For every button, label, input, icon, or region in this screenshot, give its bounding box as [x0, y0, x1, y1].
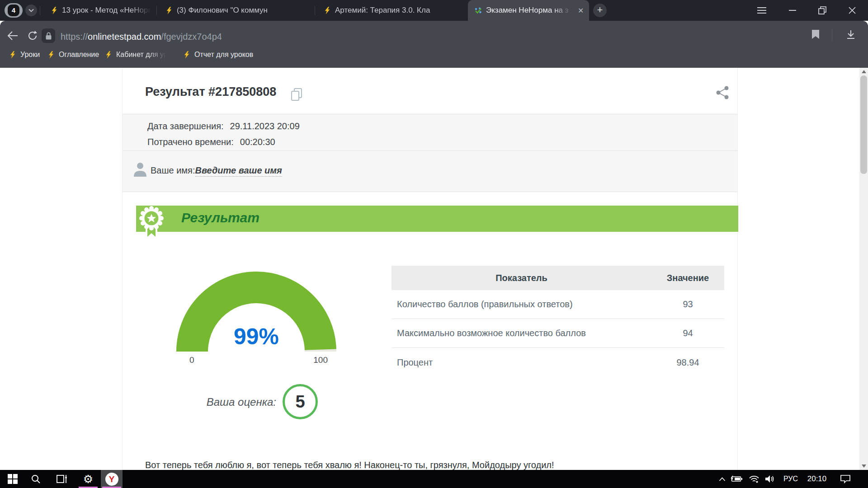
window-close-button[interactable] [842, 0, 863, 21]
chevron-down-icon [28, 9, 34, 12]
scroll-down-button[interactable] [859, 462, 868, 470]
wifi-icon [749, 475, 760, 483]
reload-button[interactable] [24, 27, 42, 45]
window-minimize-button[interactable] [782, 0, 803, 21]
bookmark-label: Отчет для уроков [194, 51, 253, 59]
download-icon [846, 30, 855, 40]
speaker-icon [764, 475, 774, 483]
tray-expand-button[interactable] [716, 470, 728, 488]
completion-date-label: Дата завершения: [147, 121, 224, 131]
tab-4-active[interactable]: Экзамен НеНорма на з ✕ [468, 0, 589, 21]
browser-menu-button[interactable] [751, 0, 772, 21]
toolbar-separator [832, 29, 832, 42]
tab-1[interactable]: 13 урок - Метод «НеНорм [44, 0, 155, 21]
share-icon [715, 85, 730, 100]
notification-icon [840, 474, 851, 483]
taskbar-search-button[interactable] [25, 470, 46, 488]
copy-result-id-button[interactable] [291, 88, 302, 103]
yandex-browser-icon: Y [105, 473, 118, 486]
close-icon [849, 7, 856, 14]
table-header-value: Значение [651, 273, 724, 283]
url-protocol: https:// [61, 32, 88, 42]
volume-status[interactable] [762, 470, 777, 488]
bookmark-page-button[interactable] [812, 30, 819, 39]
results-table: Показатель Значение Количество баллов (п… [392, 266, 724, 377]
tab-counter[interactable]: 4 [5, 3, 23, 18]
table-cell-label: Процент [392, 357, 651, 368]
yellow-bolt-favicon [51, 7, 58, 14]
time-spent-value: 00:20:30 [240, 137, 275, 147]
site-security-button[interactable] [42, 28, 55, 43]
tab-close-icon[interactable]: ✕ [578, 6, 584, 15]
gauge-max-label: 100 [313, 355, 328, 365]
grade-badge: 5 [283, 384, 318, 419]
yellow-bolt-favicon [183, 51, 190, 58]
tab-title: Артемий: Терапия 3.0. Кла [335, 6, 466, 15]
new-tab-button[interactable]: + [593, 4, 607, 17]
tab-3[interactable]: Артемий: Терапия 3.0. Кла [317, 0, 467, 21]
bookmark-label: Оглавление [59, 51, 99, 59]
clock[interactable]: 20:10 [805, 470, 829, 488]
result-banner-title: Результат [181, 210, 259, 225]
task-view-button[interactable] [52, 470, 72, 488]
grade-label: Ваша оценка: [172, 396, 276, 408]
tab-list-dropdown-button[interactable] [25, 5, 37, 16]
result-info-panel: Дата завершения:29.11.2023 20:09 Потраче… [123, 114, 737, 151]
battery-status[interactable] [729, 470, 745, 488]
table-cell-value: 94 [651, 328, 724, 338]
person-icon [133, 162, 147, 177]
windows-logo-icon [8, 474, 18, 484]
page-scrollbar[interactable] [859, 68, 868, 470]
onlinetestpad-favicon [474, 7, 482, 14]
start-button[interactable] [3, 470, 23, 488]
name-input-placeholder[interactable]: Введите ваше имя [195, 165, 282, 177]
hamburger-menu-icon [757, 7, 766, 14]
downloads-button[interactable] [846, 30, 855, 40]
bookmark-item-kabinet[interactable]: Кабинет для урок [105, 49, 166, 61]
tab-title: Экзамен НеНорма на з [486, 6, 572, 15]
tab-2[interactable]: (3) Филонович "О коммун [159, 0, 312, 21]
table-row: Максимально возможное количество баллов … [392, 319, 724, 348]
scrollbar-thumb[interactable] [860, 75, 867, 174]
percent-gauge: 99% 0 100 [175, 270, 338, 374]
tab-counter-badge: 4 [8, 5, 19, 16]
copy-icon [291, 88, 302, 101]
yellow-bolt-favicon [165, 7, 173, 14]
tab-separator [315, 6, 315, 15]
restore-icon [818, 6, 826, 14]
scroll-up-button[interactable] [859, 68, 868, 75]
table-cell-label: Количество баллов (правильных ответов) [392, 299, 651, 310]
tab-separator [40, 6, 40, 15]
back-arrow-icon [7, 31, 19, 41]
tab-title: (3) Филонович "О коммун [177, 6, 312, 15]
result-banner: Результат [136, 206, 738, 232]
task-view-icon [57, 474, 67, 483]
browser-toolbar: https://onlinetestpad.com/fgevjdzx7o4p4 … [0, 21, 868, 68]
yandex-browser-app-button[interactable]: Y [101, 470, 123, 488]
completion-date-row: Дата завершения:29.11.2023 20:09 [147, 121, 737, 131]
bookmark-item-otchet[interactable]: Отчет для уроков [183, 49, 253, 61]
language-indicator[interactable]: РУС [780, 470, 801, 488]
yellow-bolt-favicon [324, 7, 331, 14]
chevron-up-icon [719, 477, 726, 481]
settings-app-button[interactable]: ⚙ [78, 470, 99, 488]
bookmark-flag-icon [812, 30, 819, 39]
window-restore-button[interactable] [812, 0, 833, 21]
completion-date-value: 29.11.2023 20:09 [230, 121, 300, 131]
time-spent-label: Потрачено времени: [147, 137, 234, 147]
table-row: Процент 98.94 [392, 348, 724, 377]
bookmark-item-uroki[interactable]: Уроки [9, 49, 40, 61]
action-center-button[interactable] [836, 470, 854, 488]
wifi-status[interactable] [747, 470, 761, 488]
url-host: onlinetestpad.com [88, 32, 161, 42]
user-name-panel: Ваше имя:Введите ваше имя [123, 151, 737, 192]
table-row: Количество баллов (правильных ответов) 9… [392, 290, 724, 319]
back-button[interactable] [4, 27, 22, 45]
address-bar[interactable]: https://onlinetestpad.com/fgevjdzx7o4p4 [61, 32, 222, 42]
table-cell-value: 98.94 [651, 357, 724, 368]
yellow-bolt-favicon [9, 51, 16, 58]
browser-tab-bar: 4 13 урок - Метод «НеНорм (3) Филонович … [0, 0, 868, 21]
gauge-min-label: 0 [189, 355, 194, 365]
share-button[interactable] [715, 85, 730, 102]
bookmark-item-oglavlenie[interactable]: Оглавление [47, 49, 99, 61]
